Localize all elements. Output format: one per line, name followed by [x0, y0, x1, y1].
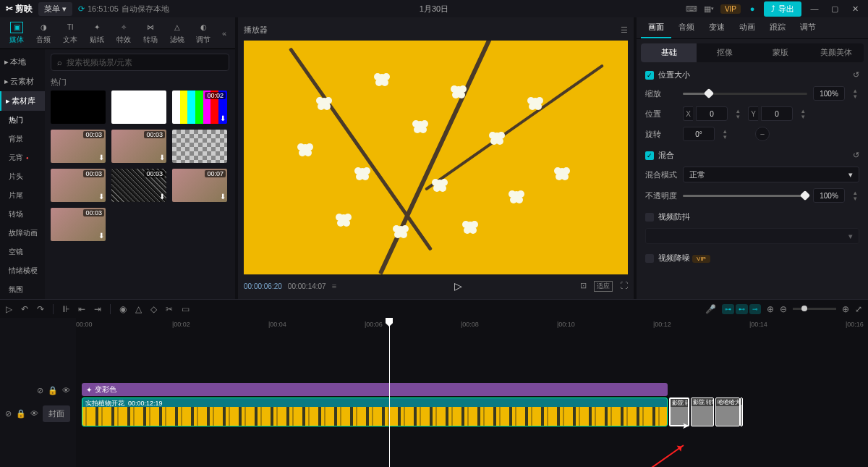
eye-icon[interactable]: 👁 — [30, 409, 38, 418]
stabilize-select[interactable]: ▾ — [645, 228, 859, 244]
download-icon[interactable]: ⬇ — [159, 193, 165, 201]
stepper-icon[interactable]: ▴▾ — [799, 108, 807, 119]
media-thumbnail[interactable]: 00:03⬇ — [111, 169, 166, 202]
snap-toggle-1[interactable]: ⊶ — [722, 304, 734, 314]
zoom-in-icon[interactable]: ⊕ — [842, 304, 849, 314]
lock-icon[interactable]: ⊘ — [5, 409, 12, 418]
subcategory-热门[interactable]: 热门 — [0, 111, 45, 130]
minimize-button[interactable]: — — [807, 4, 822, 13]
preview-viewport[interactable] — [244, 41, 628, 274]
playhead[interactable] — [389, 318, 390, 467]
delete-left-icon[interactable]: ⇤ — [78, 304, 85, 314]
tracks-area[interactable]: 00:00|00:02|00:04|00:06|00:08|00:10|00:1… — [76, 318, 868, 467]
stepper-icon[interactable]: ▴▾ — [733, 108, 742, 119]
subcategory-元宵[interactable]: 元宵 — [0, 148, 45, 167]
stepper-icon[interactable]: ▴▾ — [720, 128, 729, 140]
checkbox-blend[interactable]: ✓ — [645, 151, 654, 160]
small-clip[interactable]: 影院 转场 — [691, 397, 714, 426]
mic-icon[interactable]: 🎤 — [705, 304, 716, 314]
media-thumbnail[interactable]: 00:03⬇ — [51, 208, 106, 241]
download-icon[interactable]: ⬇ — [220, 114, 226, 122]
mute-icon[interactable]: 🔒 — [16, 409, 26, 418]
pos-x-input[interactable]: X0 — [683, 106, 728, 121]
snap-toggle-2[interactable]: ⊷ — [736, 304, 748, 314]
mirror-icon[interactable]: ▭ — [182, 304, 190, 314]
reverse-icon[interactable]: ◇ — [150, 304, 157, 314]
subcategory-故障动画[interactable]: 故障动画 — [0, 224, 45, 243]
tool-adjust-icon[interactable]: ◐调节 — [191, 19, 216, 48]
time-ruler[interactable]: 00:00|00:02|00:04|00:06|00:08|00:10|00:1… — [76, 318, 868, 332]
category-云素材[interactable]: ▸云素材 — [0, 72, 45, 91]
subcategory-转场[interactable]: 转场 — [0, 205, 45, 224]
subcategory-片尾[interactable]: 片尾 — [0, 186, 45, 205]
ratio-icon[interactable]: 适应 — [594, 281, 613, 292]
menu-icon[interactable]: ☰ — [621, 25, 628, 35]
vip-badge[interactable]: VIP — [720, 4, 741, 14]
redo-button[interactable]: ↷ — [37, 304, 44, 314]
download-icon[interactable]: ⬇ — [98, 232, 104, 240]
zoom-out-icon[interactable]: ⊖ — [780, 304, 787, 314]
small-clip[interactable]: 哈哈哈大笑 — [715, 397, 740, 426]
prop-subtab-抠像[interactable]: 抠像 — [697, 43, 752, 62]
media-thumbnail[interactable]: 00:03⬇ — [111, 130, 166, 163]
snap-toggle-3[interactable]: ⊸ — [749, 304, 761, 314]
media-thumbnail[interactable] — [51, 91, 106, 124]
download-icon[interactable]: ⬇ — [220, 193, 226, 201]
subcategory-情绪横梗[interactable]: 情绪横梗 — [0, 261, 45, 280]
zoom-slider[interactable] — [793, 308, 836, 310]
tool-transition-icon[interactable]: ⋈转场 — [137, 19, 163, 48]
close-button[interactable]: ✕ — [848, 4, 862, 14]
blend-mode-select[interactable]: 正常▾ — [683, 167, 859, 182]
undo-button[interactable]: ↶ — [21, 304, 28, 314]
tool-filter-icon[interactable]: △滤镜 — [164, 19, 190, 48]
export-button[interactable]: ⤴导出 — [764, 1, 801, 17]
delete-right-icon[interactable]: ⇥ — [94, 304, 101, 314]
checkbox-pos-size[interactable]: ✓ — [645, 71, 654, 80]
freeze-icon[interactable]: △ — [135, 304, 142, 314]
tool-sticker-icon[interactable]: ✦贴纸 — [85, 19, 110, 48]
download-icon[interactable]: ⬇ — [98, 153, 104, 161]
shortcut-icon[interactable]: ⌨ — [686, 3, 697, 14]
small-clip[interactable]: 00 — [740, 397, 743, 426]
play-button[interactable]: ▷ — [454, 280, 462, 292]
reset-icon[interactable]: ↺ — [853, 151, 859, 160]
prop-subtab-基础[interactable]: 基础 — [641, 43, 697, 62]
menu-button[interactable]: 菜单▾ — [38, 2, 72, 16]
rotation-value[interactable]: 0° — [683, 127, 715, 141]
mute-icon[interactable]: 🔒 — [48, 386, 58, 395]
notification-dot-icon[interactable]: ● — [746, 3, 758, 14]
prop-tab-音频[interactable]: 音频 — [671, 17, 702, 38]
download-icon[interactable]: ⬇ — [98, 193, 104, 201]
search-input[interactable]: ⌕ 搜索视频场景/元素 — [51, 54, 229, 71]
layout-icon[interactable]: ▦▾ — [703, 3, 715, 14]
stepper-icon[interactable]: ▴▾ — [851, 190, 859, 201]
fx-clip[interactable]: ✦ 变彩色 — [82, 383, 668, 396]
media-thumbnail[interactable]: 00:03⬇ — [51, 169, 106, 202]
media-thumbnail[interactable]: 00:02⬇ — [172, 91, 227, 124]
opacity-slider[interactable] — [683, 195, 807, 197]
category-本地[interactable]: ▸本地 — [0, 52, 45, 72]
scale-value[interactable]: 100% — [813, 86, 845, 101]
category-素材库[interactable]: ▸素材库 — [0, 91, 45, 111]
prop-tab-变速[interactable]: 变速 — [702, 17, 732, 38]
media-thumbnail[interactable] — [172, 130, 227, 163]
download-icon[interactable]: ⬇ — [159, 153, 165, 161]
maximize-button[interactable]: ▢ — [827, 4, 842, 14]
subcategory-空镜[interactable]: 空镜 — [0, 243, 45, 261]
tool-text-icon[interactable]: TI文本 — [58, 19, 83, 48]
prop-tab-动画[interactable]: 动画 — [732, 17, 762, 38]
prop-tab-画面[interactable]: 画面 — [641, 17, 671, 38]
media-thumbnail[interactable]: 00:07⬇ — [172, 169, 227, 202]
eye-icon[interactable]: 👁 — [62, 386, 70, 395]
media-thumbnail[interactable] — [111, 91, 166, 124]
record-icon[interactable]: ◉ — [119, 304, 127, 314]
crop-icon[interactable]: ⊡ — [580, 281, 587, 292]
main-clip[interactable]: 实拍植物开花 00:00:12:19 — [82, 397, 668, 426]
fullscreen-icon[interactable]: ⛶ — [620, 281, 628, 292]
collapse-icon[interactable]: « — [218, 25, 231, 42]
tool-audio-icon[interactable]: ◑音频 — [31, 19, 56, 48]
tool-media-icon[interactable]: ▣媒体 — [4, 19, 30, 48]
crop-tool-icon[interactable]: ✂ — [166, 304, 173, 314]
preview-snap-icon[interactable]: ⊕ — [767, 304, 774, 314]
checkbox-denoise[interactable]: ✓ — [645, 254, 654, 263]
